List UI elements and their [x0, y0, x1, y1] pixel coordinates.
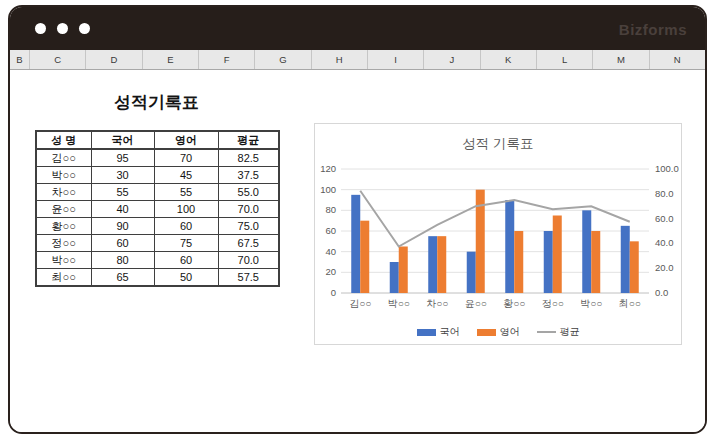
- column-header-H[interactable]: H: [312, 50, 368, 69]
- table-cell[interactable]: 82.5: [218, 149, 279, 167]
- table-cell[interactable]: 75: [154, 235, 218, 252]
- column-header-F[interactable]: F: [199, 50, 255, 69]
- left-axis-tick-label: 40: [325, 246, 336, 257]
- window-control-dot-2[interactable]: [57, 23, 68, 34]
- table-header-cell[interactable]: 평균: [218, 131, 279, 149]
- legend-swatch: [537, 331, 556, 333]
- table-row: 박○○806070.0: [36, 252, 279, 269]
- table-cell[interactable]: 차○○: [36, 184, 91, 201]
- table-header-cell[interactable]: 영어: [154, 131, 218, 149]
- table-cell[interactable]: 55.0: [218, 184, 279, 201]
- right-axis-tick-label: 0.0: [655, 287, 668, 298]
- table-cell[interactable]: 57.5: [218, 269, 279, 287]
- column-header-M[interactable]: M: [593, 50, 649, 69]
- legend-item-국어[interactable]: 국어: [417, 325, 460, 339]
- right-axis-tick-label: 40.0: [655, 237, 674, 248]
- table-row: 정○○607567.5: [36, 235, 279, 252]
- grade-table-head: 성 명국어영어평균: [36, 131, 279, 149]
- bar-국어[interactable]: [505, 200, 514, 293]
- table-cell[interactable]: 60: [154, 218, 218, 235]
- table-cell[interactable]: 45: [154, 167, 218, 184]
- sheet-area[interactable]: 성적기록표 성 명국어영어평균 김○○957082.5박○○304537.5차○…: [10, 70, 705, 432]
- chart[interactable]: 성적 기록표 0204060801001200.020.040.060.080.…: [314, 123, 682, 345]
- table-cell[interactable]: 67.5: [218, 235, 279, 252]
- bar-국어[interactable]: [544, 231, 553, 293]
- column-header-K[interactable]: K: [481, 50, 537, 69]
- bar-영어[interactable]: [360, 221, 369, 293]
- column-header-L[interactable]: L: [537, 50, 593, 69]
- window-control-dot-3[interactable]: [79, 23, 90, 34]
- bar-국어[interactable]: [467, 252, 476, 293]
- table-cell[interactable]: 70.0: [218, 201, 279, 218]
- table-cell[interactable]: 30: [91, 167, 154, 184]
- column-header-C[interactable]: C: [30, 50, 86, 69]
- table-cell[interactable]: 40: [91, 201, 154, 218]
- table-cell[interactable]: 90: [91, 218, 154, 235]
- grade-table[interactable]: 성 명국어영어평균 김○○957082.5박○○304537.5차○○55555…: [35, 130, 280, 287]
- table-cell[interactable]: 60: [91, 235, 154, 252]
- sheet-title[interactable]: 성적기록표: [35, 91, 278, 114]
- table-cell[interactable]: 95: [91, 149, 154, 167]
- column-header-J[interactable]: J: [424, 50, 480, 69]
- left-axis-tick-label: 120: [320, 163, 336, 174]
- column-header-B[interactable]: B: [10, 50, 30, 69]
- bar-영어[interactable]: [437, 236, 446, 293]
- column-header-D[interactable]: D: [86, 50, 142, 69]
- bar-국어[interactable]: [390, 262, 399, 293]
- table-cell[interactable]: 윤○○: [36, 201, 91, 218]
- bar-국어[interactable]: [582, 210, 591, 293]
- table-cell[interactable]: 65: [91, 269, 154, 287]
- left-axis-tick-label: 20: [325, 266, 336, 277]
- chart-legend: 국어영어평균: [315, 325, 681, 339]
- legend-label: 국어: [440, 325, 460, 339]
- column-header-N[interactable]: N: [650, 50, 705, 69]
- category-label: 차○○: [426, 298, 448, 309]
- table-header-cell[interactable]: 국어: [91, 131, 154, 149]
- table-cell[interactable]: 정○○: [36, 235, 91, 252]
- legend-label: 영어: [500, 325, 520, 339]
- window-control-dot-1[interactable]: [35, 23, 46, 34]
- table-cell[interactable]: 70.0: [218, 252, 279, 269]
- table-cell[interactable]: 55: [91, 184, 154, 201]
- chart-plot-svg: 0204060801001200.020.040.060.080.0100.0김…: [315, 154, 681, 314]
- category-label: 김○○: [349, 298, 371, 309]
- table-cell[interactable]: 박○○: [36, 252, 91, 269]
- table-cell[interactable]: 박○○: [36, 167, 91, 184]
- column-header-E[interactable]: E: [143, 50, 199, 69]
- table-row: 김○○957082.5: [36, 149, 279, 167]
- bar-영어[interactable]: [553, 216, 562, 294]
- legend-item-영어[interactable]: 영어: [477, 325, 520, 339]
- legend-swatch: [417, 329, 436, 336]
- bar-국어[interactable]: [351, 195, 360, 293]
- column-header-G[interactable]: G: [255, 50, 311, 69]
- bar-국어[interactable]: [621, 226, 630, 293]
- table-cell[interactable]: 최○○: [36, 269, 91, 287]
- bar-영어[interactable]: [591, 231, 600, 293]
- category-label: 정○○: [542, 298, 564, 309]
- table-cell[interactable]: 김○○: [36, 149, 91, 167]
- table-cell[interactable]: 70: [154, 149, 218, 167]
- table-cell[interactable]: 60: [154, 252, 218, 269]
- right-axis-tick-label: 20.0: [655, 262, 674, 273]
- bar-영어[interactable]: [514, 231, 523, 293]
- column-header-I[interactable]: I: [368, 50, 424, 69]
- right-axis-tick-label: 100.0: [655, 163, 679, 174]
- table-cell[interactable]: 55: [154, 184, 218, 201]
- column-header-row: BCDEFGHIJKLMN: [10, 50, 705, 70]
- bar-국어[interactable]: [428, 236, 437, 293]
- table-cell[interactable]: 100: [154, 201, 218, 218]
- left-axis-tick-label: 0: [331, 287, 336, 298]
- right-axis-tick-label: 80.0: [655, 188, 674, 199]
- table-cell[interactable]: 황○○: [36, 218, 91, 235]
- legend-item-평균[interactable]: 평균: [537, 325, 580, 339]
- table-row: 황○○906075.0: [36, 218, 279, 235]
- table-header-cell[interactable]: 성 명: [36, 131, 91, 149]
- table-cell[interactable]: 80: [91, 252, 154, 269]
- category-label: 박○○: [580, 298, 602, 309]
- bar-영어[interactable]: [630, 241, 639, 293]
- bar-영어[interactable]: [399, 247, 408, 294]
- table-row: 차○○555555.0: [36, 184, 279, 201]
- table-cell[interactable]: 37.5: [218, 167, 279, 184]
- table-cell[interactable]: 75.0: [218, 218, 279, 235]
- table-cell[interactable]: 50: [154, 269, 218, 287]
